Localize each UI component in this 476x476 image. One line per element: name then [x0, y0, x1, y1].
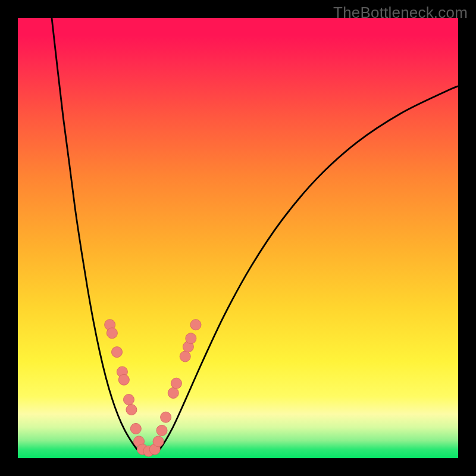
curve-svg	[18, 18, 458, 458]
bead-marker	[107, 328, 117, 339]
bead-marker	[190, 320, 201, 330]
bead-marker	[180, 351, 190, 362]
bead-marker	[161, 412, 171, 422]
watermark-text: TheBottleneck.com	[333, 4, 468, 22]
bead-marker	[126, 405, 137, 415]
bead-marker	[153, 436, 164, 447]
bead-marker	[130, 423, 141, 434]
chart-frame: TheBottleneck.com	[0, 0, 476, 476]
bead-marker	[123, 394, 134, 405]
bottleneck-curve	[52, 18, 458, 455]
bead-marker	[156, 425, 167, 436]
bead-marker	[118, 374, 129, 385]
bead-marker	[186, 333, 196, 344]
bead-markers	[105, 320, 201, 456]
bead-marker	[168, 387, 178, 398]
bead-marker	[171, 378, 181, 389]
plot-area	[18, 18, 458, 458]
bead-marker	[112, 347, 123, 358]
